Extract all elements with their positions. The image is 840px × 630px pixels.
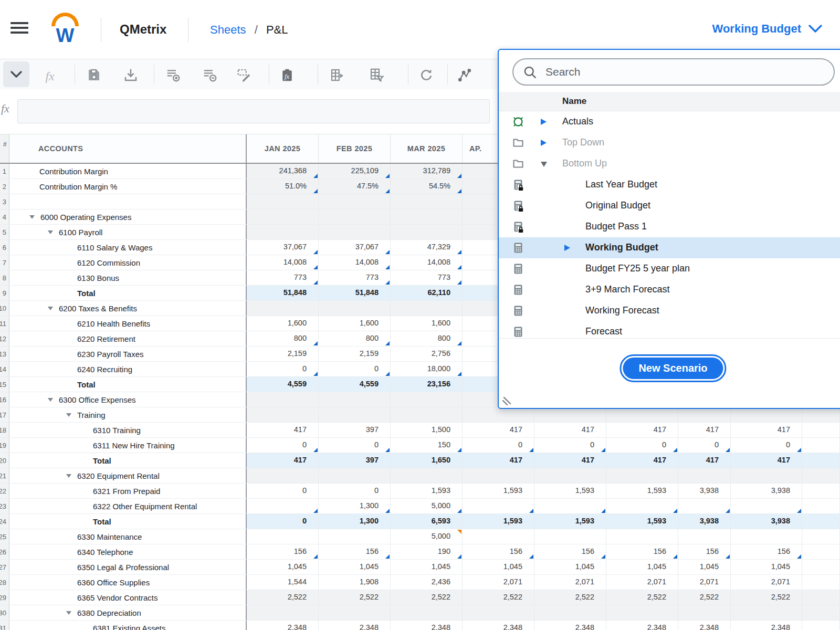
grid-cell-may[interactable]: 417: [534, 453, 606, 468]
grid-cell-mar[interactable]: [391, 301, 463, 316]
expand-arrow-icon[interactable]: [541, 119, 547, 125]
grid-cell-apr[interactable]: 417: [463, 453, 534, 468]
grid-cell-feb[interactable]: 773: [319, 270, 391, 285]
grid-cell-feb[interactable]: [319, 468, 391, 483]
grid-cell-mar[interactable]: 1,593: [391, 484, 463, 498]
grid-cell-jul[interactable]: [678, 605, 731, 620]
grid-cell-sep[interactable]: [802, 560, 840, 574]
filter-sheet-icon[interactable]: [368, 66, 385, 84]
grid-cell-jan[interactable]: [247, 605, 319, 620]
grid-cell-mar[interactable]: 800: [391, 331, 463, 346]
grid-cell-jun[interactable]: 417: [606, 453, 678, 468]
grid-cell-may[interactable]: 1,593: [534, 484, 606, 498]
grid-cell-jan[interactable]: 37,067: [247, 240, 319, 255]
scenario-item-budget-fy25-5-year-plan[interactable]: Budget FY25 5 year plan: [499, 258, 840, 279]
grid-cell-jan[interactable]: [247, 209, 319, 224]
grid-cell-sep[interactable]: [802, 468, 840, 483]
collapse-arrow-icon[interactable]: [42, 230, 59, 234]
grid-cell-feb[interactable]: 2,159: [319, 346, 391, 361]
grid-cell-sep[interactable]: [802, 423, 840, 437]
grid-cell-sep[interactable]: [802, 590, 840, 605]
collapse-arrow-icon[interactable]: [541, 162, 547, 167]
grid-cell-feb[interactable]: 1,300: [319, 499, 391, 513]
collapse-arrow-icon[interactable]: [60, 611, 77, 615]
grid-cell-sep[interactable]: [802, 407, 840, 422]
grid-cell-jan[interactable]: 800: [247, 331, 319, 346]
grid-cell-feb[interactable]: 37,067: [319, 240, 391, 255]
collapse-arrow-icon[interactable]: [60, 413, 77, 417]
grid-cell-aug[interactable]: 1,045: [731, 560, 802, 574]
grid-cell-aug[interactable]: [731, 529, 802, 544]
grid-cell-feb[interactable]: [319, 392, 391, 407]
grid-cell-mar[interactable]: 190: [391, 544, 463, 559]
menu-icon[interactable]: [10, 22, 28, 36]
grid-cell-jan[interactable]: 4,559: [247, 377, 319, 392]
grid-cell-may[interactable]: 417: [534, 423, 606, 437]
scenario-item-budget-pass-1[interactable]: Budget Pass 1: [499, 216, 840, 237]
grid-cell-feb[interactable]: 397: [319, 423, 391, 437]
scenario-item-top-down[interactable]: Top Down: [499, 132, 840, 153]
scenario-item-actuals[interactable]: Actuals: [499, 111, 840, 132]
grid-cell-jan[interactable]: 0: [247, 362, 319, 376]
grid-cell-aug[interactable]: 2,071: [731, 575, 802, 590]
grid-cell-aug[interactable]: 2,522: [731, 590, 802, 605]
add-row-icon[interactable]: [164, 66, 182, 84]
scenario-item-3-9-march-forecast[interactable]: 3+9 March Forecast: [499, 279, 840, 300]
remove-row-icon[interactable]: [201, 66, 219, 84]
grid-cell-feb[interactable]: 1,300: [319, 514, 391, 529]
grid-cell-jan[interactable]: 51,848: [247, 286, 319, 300]
grid-cell-mar[interactable]: 150: [391, 438, 463, 453]
grid-cell-jan[interactable]: 773: [247, 270, 319, 285]
grid-cell-may[interactable]: [534, 407, 606, 422]
grid-cell-feb[interactable]: 156: [319, 544, 391, 559]
grid-cell-feb[interactable]: [319, 407, 391, 422]
grid-cell-feb[interactable]: 14,008: [319, 255, 391, 270]
grid-cell-mar[interactable]: 18,000: [391, 362, 463, 376]
resize-grip-icon[interactable]: [501, 394, 513, 407]
grid-cell-jul[interactable]: 3,938: [678, 514, 731, 529]
grid-cell-feb[interactable]: [319, 301, 391, 316]
grid-cell-feb[interactable]: 397: [319, 453, 391, 468]
grid-cell-mar[interactable]: 2,348: [391, 621, 463, 630]
grid-cell-mar[interactable]: 23,156: [391, 377, 463, 392]
grid-cell-jan[interactable]: [247, 301, 319, 316]
new-scenario-button[interactable]: New Scenario: [620, 354, 726, 382]
grid-cell-mar[interactable]: 2,522: [391, 590, 463, 605]
grid-cell-feb[interactable]: 47.5%: [319, 179, 391, 194]
grid-cell-jan[interactable]: 417: [247, 423, 319, 437]
scenario-item-forecast[interactable]: Forecast: [499, 321, 840, 338]
grid-cell-sep[interactable]: [802, 514, 840, 529]
grid-cell-feb[interactable]: [319, 209, 391, 224]
grid-cell-jul[interactable]: [678, 499, 731, 513]
refresh-icon[interactable]: [417, 66, 435, 84]
grid-cell-mar[interactable]: 5,000: [391, 529, 463, 544]
grid-cell-mar[interactable]: [391, 407, 463, 422]
grid-cell-jun[interactable]: 2,522: [606, 590, 678, 605]
grid-cell-apr[interactable]: 156: [463, 544, 534, 559]
display-options-icon[interactable]: [328, 66, 346, 84]
grid-cell-feb[interactable]: 1,600: [319, 316, 391, 331]
grid-cell-feb[interactable]: [319, 529, 391, 544]
grid-cell-jun[interactable]: 156: [606, 544, 678, 559]
grid-cell-jul[interactable]: 1,045: [678, 560, 731, 574]
grid-cell-jan[interactable]: [247, 468, 319, 483]
grid-cell-apr[interactable]: [463, 407, 534, 422]
grid-cell-jul[interactable]: [678, 468, 731, 483]
grid-cell-mar[interactable]: 2,436: [391, 575, 463, 590]
grid-cell-feb[interactable]: [319, 605, 391, 620]
grid-cell-mar[interactable]: 47,329: [391, 240, 463, 255]
search-box[interactable]: [512, 58, 835, 86]
grid-cell-jan[interactable]: 0: [247, 514, 319, 529]
grid-cell-jul[interactable]: 2,522: [678, 590, 731, 605]
grid-cell-mar[interactable]: [391, 468, 463, 483]
search-input[interactable]: [544, 65, 830, 79]
grid-cell-jan[interactable]: 0: [247, 438, 319, 453]
grid-cell-jan[interactable]: [247, 225, 319, 239]
grid-cell-may[interactable]: 2,071: [534, 575, 606, 590]
grid-cell-feb[interactable]: 0: [319, 438, 391, 453]
grid-cell-mar[interactable]: 1,500: [391, 423, 463, 437]
grid-cell-aug[interactable]: 156: [731, 544, 802, 559]
grid-cell-feb[interactable]: 2,348: [319, 621, 391, 630]
grid-cell-feb[interactable]: [319, 225, 391, 239]
grid-cell-jun[interactable]: 1,593: [606, 484, 678, 498]
